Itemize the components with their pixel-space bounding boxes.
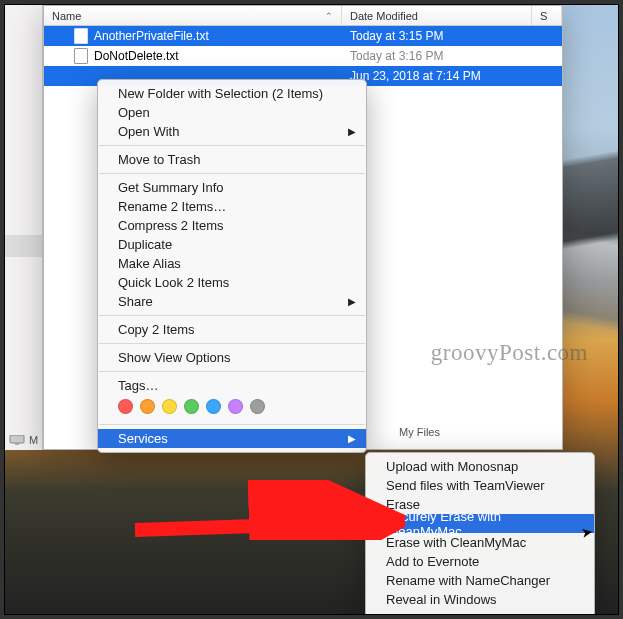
service-rename-namechanger[interactable]: Rename with NameChanger	[366, 571, 594, 590]
submenu-arrow-icon: ▶	[348, 296, 356, 307]
menu-show-view-options[interactable]: Show View Options	[98, 348, 366, 367]
context-menu: New Folder with Selection (2 Items) Open…	[97, 79, 367, 453]
column-header-date[interactable]: Date Modified	[342, 6, 532, 25]
service-erase-cleanmymac[interactable]: Erase with CleanMyMac	[366, 533, 594, 552]
menu-move-to-trash[interactable]: Move to Trash	[98, 150, 366, 169]
finder-sidebar: M	[5, 5, 43, 450]
column-header-size[interactable]: S	[532, 6, 562, 25]
menu-separator	[99, 315, 365, 316]
menu-quick-look[interactable]: Quick Look 2 Items	[98, 273, 366, 292]
menu-open-with[interactable]: Open With▶	[98, 122, 366, 141]
menu-rename[interactable]: Rename 2 Items…	[98, 197, 366, 216]
svg-rect-0	[10, 435, 24, 443]
column-header-name[interactable]: Name ⌃	[44, 6, 342, 25]
tag-dot-gray[interactable]	[250, 399, 265, 414]
menu-open[interactable]: Open	[98, 103, 366, 122]
file-name: AnotherPrivateFile.txt	[94, 29, 209, 43]
file-icon	[74, 28, 88, 44]
service-open-in-windows[interactable]: Open in Windows	[366, 609, 594, 615]
file-icon	[74, 48, 88, 64]
file-date: Today at 3:15 PM	[342, 29, 532, 43]
file-date: Today at 3:16 PM	[342, 49, 532, 63]
service-send-teamviewer[interactable]: Send files with TeamViewer	[366, 476, 594, 495]
file-name: DoNotDelete.txt	[94, 49, 179, 63]
menu-share[interactable]: Share▶	[98, 292, 366, 311]
menu-separator	[99, 145, 365, 146]
service-securely-erase-cleanmymac[interactable]: Securely Erase with CleanMyMac	[366, 514, 594, 533]
watermark-text: groovyPost.com	[431, 340, 588, 366]
menu-duplicate[interactable]: Duplicate	[98, 235, 366, 254]
column-header-size-label: S	[540, 10, 547, 22]
menu-services[interactable]: Services▶	[98, 429, 366, 448]
menu-make-alias[interactable]: Make Alias	[98, 254, 366, 273]
svg-rect-1	[15, 443, 19, 445]
tag-color-row	[98, 395, 366, 420]
tag-dot-green[interactable]	[184, 399, 199, 414]
file-row[interactable]: DoNotDelete.txt Today at 3:16 PM	[44, 46, 562, 66]
tag-dot-purple[interactable]	[228, 399, 243, 414]
service-upload-monosnap[interactable]: Upload with Monosnap	[366, 457, 594, 476]
menu-tags[interactable]: Tags…	[98, 376, 366, 395]
submenu-arrow-icon: ▶	[348, 126, 356, 137]
sidebar-device-label: M	[29, 434, 38, 446]
menu-separator	[99, 424, 365, 425]
menu-compress[interactable]: Compress 2 Items	[98, 216, 366, 235]
tag-dot-red[interactable]	[118, 399, 133, 414]
file-date: Jun 23, 2018 at 7:14 PM	[342, 69, 532, 83]
sidebar-device-item[interactable]: M	[9, 434, 38, 446]
path-bar-folder[interactable]: My Files	[399, 426, 440, 438]
tag-dot-blue[interactable]	[206, 399, 221, 414]
menu-separator	[99, 173, 365, 174]
column-header-row: Name ⌃ Date Modified S	[44, 6, 562, 26]
menu-separator	[99, 343, 365, 344]
sidebar-selected-item[interactable]	[5, 235, 42, 257]
menu-separator	[99, 371, 365, 372]
submenu-arrow-icon: ▶	[348, 433, 356, 444]
service-add-to-evernote[interactable]: Add to Evernote	[366, 552, 594, 571]
menu-get-summary-info[interactable]: Get Summary Info	[98, 178, 366, 197]
tag-dot-orange[interactable]	[140, 399, 155, 414]
file-row[interactable]: AnotherPrivateFile.txt Today at 3:15 PM	[44, 26, 562, 46]
tag-dot-yellow[interactable]	[162, 399, 177, 414]
column-header-name-label: Name	[52, 10, 81, 22]
menu-new-folder-selection[interactable]: New Folder with Selection (2 Items)	[98, 84, 366, 103]
column-header-date-label: Date Modified	[350, 10, 418, 22]
menu-copy[interactable]: Copy 2 Items	[98, 320, 366, 339]
sort-ascending-icon: ⌃	[325, 11, 333, 21]
services-submenu: Upload with Monosnap Send files with Tea…	[365, 452, 595, 615]
cursor-pointer-icon: ➤	[580, 523, 595, 541]
service-reveal-in-windows[interactable]: Reveal in Windows	[366, 590, 594, 609]
imac-icon	[9, 435, 25, 445]
